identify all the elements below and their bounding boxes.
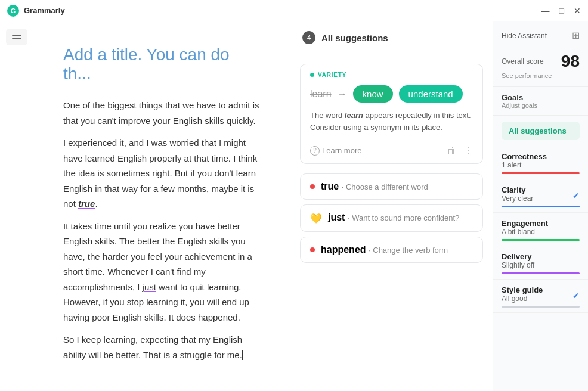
clarity-label: Clarity <box>502 185 533 194</box>
word-original: learn <box>310 89 332 100</box>
correctness-bar <box>502 172 580 174</box>
hamburger-line-2 <box>12 38 21 39</box>
minimize-button[interactable]: — <box>541 6 550 15</box>
main-container: Add a title. You can do th... One of the… <box>0 21 588 391</box>
score-number: 98 <box>561 52 580 71</box>
variety-label: VARIETY <box>301 64 482 83</box>
style-guide-value: All good <box>502 294 543 303</box>
variety-description: The word learn appears repeatedly in thi… <box>301 110 482 140</box>
highlighted-happened: happened <box>198 312 238 322</box>
app-name: Grammarly <box>24 6 65 15</box>
variety-word-row: learn → know understand <box>301 83 482 110</box>
red-dot-icon <box>310 184 315 189</box>
word-suggestion-2[interactable]: understand <box>399 85 463 103</box>
style-guide-bar <box>502 306 580 308</box>
titlebar-controls: — □ ✕ <box>541 6 581 15</box>
red-dot-icon-2 <box>310 247 315 252</box>
suggestion-action-happened: · Change the verb form <box>369 246 448 255</box>
suggestion-text-just: just · Want to sound more confident? <box>328 212 459 223</box>
app-logo: G <box>7 5 19 17</box>
close-button[interactable]: ✕ <box>574 6 581 15</box>
all-suggestions-button[interactable]: All suggestions <box>502 122 580 140</box>
suggestion-word-true: true <box>321 181 339 191</box>
paragraph-1: One of the biggest things that we have t… <box>63 98 260 128</box>
more-options-button[interactable]: ⋮ <box>463 145 473 156</box>
card-action-icons: 🗑 ⋮ <box>447 145 473 156</box>
suggestion-item-happened[interactable]: happened · Change the verb form <box>300 237 483 263</box>
clarity-bar <box>502 206 580 207</box>
menu-button[interactable] <box>6 29 27 45</box>
clarity-check-icon: ✔ <box>572 191 580 200</box>
suggestions-count-badge: 4 <box>302 31 315 44</box>
titlebar-left: G Grammarly <box>7 5 65 17</box>
paragraph-2: I experienced it, and I was worried that… <box>63 135 260 212</box>
editor-content[interactable]: One of the biggest things that we have t… <box>63 98 260 362</box>
text-cursor <box>242 350 243 360</box>
panel-view-icon[interactable]: ⊞ <box>572 30 580 41</box>
style-guide-check-icon: ✔ <box>572 291 580 300</box>
score-row: Overall score 98 <box>502 52 580 71</box>
word-suggestion-1[interactable]: know <box>353 85 393 103</box>
clarity-value: Very clear <box>502 194 533 203</box>
style-guide-label: Style guide <box>502 286 543 294</box>
info-icon: ? <box>310 146 320 156</box>
editor-title[interactable]: Add a title. You can do th... <box>63 45 260 83</box>
left-sidebar <box>0 21 33 391</box>
clarity-row: Clarity Very clear ✔ <box>502 185 580 206</box>
engagement-label: Engagement <box>502 219 580 228</box>
goals-section: Goals Adjust goals <box>493 87 588 116</box>
suggestions-panel: 4 All suggestions VARIETY learn → know u… <box>290 21 493 391</box>
delivery-label: Delivery <box>502 252 580 261</box>
paragraph-3: It takes time until you realize you have… <box>63 219 260 325</box>
editor-area[interactable]: Add a title. You can do th... One of the… <box>33 21 290 391</box>
right-panel: Hide Assistant ⊞ Overall score 98 See pe… <box>493 21 588 391</box>
suggestion-word-just: just <box>328 212 345 222</box>
clarity-text: Clarity Very clear <box>502 185 533 206</box>
suggestion-action-just: · Want to sound more confident? <box>348 213 459 222</box>
suggestion-text-true: true · Choose a different word <box>321 181 428 192</box>
highlighted-true: true <box>78 198 95 209</box>
suggestion-action-true: · Choose a different word <box>342 182 428 191</box>
emoji-dot-icon: 💛 <box>310 213 322 224</box>
see-performance[interactable]: See performance <box>502 72 580 79</box>
correctness-value: 1 alert <box>502 161 580 169</box>
adjust-goals[interactable]: Adjust goals <box>502 102 580 109</box>
goals-label: Goals <box>502 93 580 102</box>
learn-more-button[interactable]: ? Learn more <box>310 146 361 156</box>
engagement-value: A bit bland <box>502 228 580 236</box>
suggestion-word-happened: happened <box>321 244 366 255</box>
score-label: Overall score <box>502 57 544 66</box>
variety-card: VARIETY learn → know understand The word… <box>300 64 483 164</box>
style-guide-text: Style guide All good <box>502 286 543 306</box>
metric-correctness[interactable]: Correctness 1 alert <box>493 146 588 179</box>
arrow-right: → <box>338 89 347 100</box>
metric-style-guide[interactable]: Style guide All good ✔ <box>493 280 588 313</box>
style-guide-row: Style guide All good ✔ <box>502 286 580 306</box>
delivery-bar <box>502 272 580 274</box>
highlighted-just: just <box>143 282 156 292</box>
suggestions-title: All suggestions <box>321 33 388 43</box>
metric-engagement[interactable]: Engagement A bit bland <box>493 213 588 246</box>
metric-clarity[interactable]: Clarity Very clear ✔ <box>493 179 588 213</box>
suggestion-item-just[interactable]: 💛 just · Want to sound more confident? <box>300 204 483 232</box>
variety-actions: ? Learn more 🗑 ⋮ <box>301 140 482 163</box>
hide-assistant-label: Hide Assistant <box>502 32 547 40</box>
metric-delivery[interactable]: Delivery Slightly off <box>493 246 588 280</box>
learn-bold: learn <box>345 111 363 120</box>
suggestions-header: 4 All suggestions <box>290 21 493 54</box>
hamburger-line-1 <box>12 35 21 36</box>
titlebar: G Grammarly — □ ✕ <box>0 0 588 21</box>
engagement-bar <box>502 239 580 241</box>
variety-dot <box>310 73 314 77</box>
suggestion-item-true[interactable]: true · Choose a different word <box>300 173 483 200</box>
maximize-button[interactable]: □ <box>559 6 564 15</box>
paragraph-4: So I keep learning, expecting that my En… <box>63 332 260 362</box>
delivery-value: Slightly off <box>502 261 580 269</box>
delete-suggestion-button[interactable]: 🗑 <box>447 145 456 156</box>
right-header: Hide Assistant ⊞ <box>493 21 588 47</box>
highlighted-learn: learn <box>236 168 256 178</box>
correctness-label: Correctness <box>502 152 580 161</box>
suggestion-text-happened: happened · Change the verb form <box>321 244 448 255</box>
score-section: Overall score 98 See performance <box>493 47 588 87</box>
